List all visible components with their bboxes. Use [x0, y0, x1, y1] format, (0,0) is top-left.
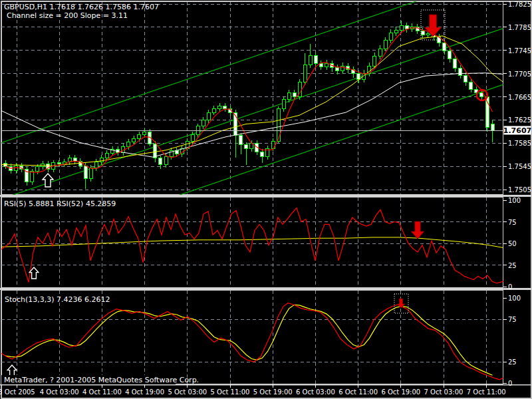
candle-body — [218, 106, 221, 108]
candle-body — [36, 167, 39, 172]
candle-body — [212, 109, 215, 112]
stoch-tick-label: 25 — [508, 358, 517, 366]
rsi-tick-label: 0 — [508, 283, 512, 291]
candle-body — [164, 156, 168, 164]
copyright-text: MetaTrader, ? 2001-2005 MetaQuotes Softw… — [4, 376, 199, 384]
candle-body — [373, 56, 376, 66]
candle-body — [459, 68, 462, 75]
price-tick-label: 1.7825 — [508, 1, 531, 8]
candle-body — [469, 82, 473, 89]
time-label: 4 Oct 03:00 — [40, 388, 79, 396]
candle-body — [143, 132, 146, 134]
candle-body — [201, 120, 205, 126]
price-tick-label: 1.7585 — [508, 140, 531, 147]
panel-separator[interactable] — [0, 195, 532, 197]
candle-body — [132, 138, 136, 142]
candle-body — [443, 43, 446, 51]
candle-body — [448, 51, 452, 59]
candle-body — [405, 25, 408, 29]
stoch-tick-label: 100 — [508, 295, 521, 302]
panel-separator[interactable] — [0, 288, 532, 290]
candle-body — [89, 168, 92, 179]
candle-body — [454, 59, 457, 68]
time-label: 5 Oct 19:00 — [253, 388, 293, 396]
price-tick-label: 1.7745 — [508, 47, 531, 55]
price-tick-label: 1.7665 — [508, 94, 531, 101]
rsi-tick-label: 25 — [508, 262, 517, 269]
candle-body — [207, 112, 210, 120]
candle-body — [282, 100, 285, 109]
rsi-indicator-label: RSI(5) 5.8881 RSI(52) 45.2859 — [4, 200, 116, 208]
time-axis: 3 Oct 20054 Oct 03:004 Oct 11:004 Oct 19… — [0, 384, 506, 396]
candle-body — [127, 142, 130, 147]
price-tick-label: 1.7785 — [508, 24, 531, 31]
candle-body — [421, 31, 424, 35]
candle-body — [319, 64, 323, 66]
candle-body — [223, 106, 227, 108]
time-label: 5 Oct 11:00 — [211, 388, 250, 396]
time-label: 6 Oct 19:00 — [381, 388, 420, 396]
time-label: 4 Oct 19:00 — [125, 388, 164, 396]
time-label: 6 Oct 03:00 — [296, 388, 335, 396]
axis-separator — [0, 384, 532, 386]
time-label: 3 Oct 2005 — [0, 388, 35, 396]
candle-body — [138, 134, 141, 138]
candle-body — [325, 64, 329, 66]
candle-body — [94, 162, 98, 168]
candle-body — [191, 134, 194, 141]
stoch-indicator-label: Stoch(13,3,3) 7.4236 6.2612 — [5, 295, 110, 304]
candle-body — [303, 65, 307, 82]
candle-body — [84, 166, 87, 178]
candle-body — [336, 68, 339, 70]
time-label: 7 Oct 11:00 — [467, 388, 506, 396]
candle-body — [314, 56, 317, 64]
time-label: 7 Oct 03:00 — [424, 388, 464, 396]
stoch-tick-label: 0 — [508, 380, 512, 387]
candle-body — [159, 158, 162, 165]
rsi-tick-label: 50 — [508, 240, 517, 247]
rsi-tick-label: 100 — [508, 197, 521, 204]
time-label: 5 Oct 03:00 — [168, 388, 207, 396]
price-tick-label: 1.7505 — [508, 186, 531, 194]
candle-body — [378, 49, 382, 56]
channel-info-label: Channel size = 200 Slope = 3.11 — [7, 11, 128, 20]
price-tick-label: 1.7545 — [508, 163, 531, 170]
candle-body — [491, 124, 494, 130]
chart-svg: 1.78251.77851.77451.77051.76651.76251.75… — [0, 0, 532, 399]
candle-body — [105, 153, 108, 158]
price-tick-label: 1.7625 — [508, 116, 531, 124]
price-axis: 1.78251.77851.77451.77051.76651.76251.75… — [503, 1, 531, 387]
time-label: 6 Oct 11:00 — [338, 388, 378, 396]
candle-body — [309, 56, 312, 65]
candle-body — [239, 136, 243, 145]
candle-body — [293, 92, 296, 96]
metatrader-chart-window: 1.78251.77851.77451.77051.76651.76251.75… — [0, 0, 532, 399]
stoch-chart-area[interactable] — [2, 291, 503, 384]
stoch-tick-label: 75 — [508, 316, 517, 323]
candle-body — [287, 92, 291, 99]
candle-body — [57, 163, 61, 164]
candle-body — [175, 151, 178, 154]
candle-body — [245, 145, 248, 149]
candle-body — [464, 75, 467, 82]
price-tick-label: 1.7705 — [508, 70, 531, 78]
candle-body — [261, 152, 264, 156]
candle-body — [400, 25, 403, 30]
candle-body — [31, 172, 34, 182]
candle-body — [389, 33, 392, 41]
time-label: 4 Oct 11:00 — [82, 388, 122, 396]
candle-body — [384, 41, 387, 49]
symbol-ohlc-title: GBPUSD,H1 1.7618 1.7626 1.7586 1.7607 — [4, 3, 159, 11]
current-price-label: 1.7607 — [503, 126, 531, 135]
rsi-tick-label: 75 — [508, 219, 517, 226]
candle-body — [394, 30, 398, 33]
candle-body — [73, 158, 76, 161]
candle-body — [426, 33, 430, 35]
